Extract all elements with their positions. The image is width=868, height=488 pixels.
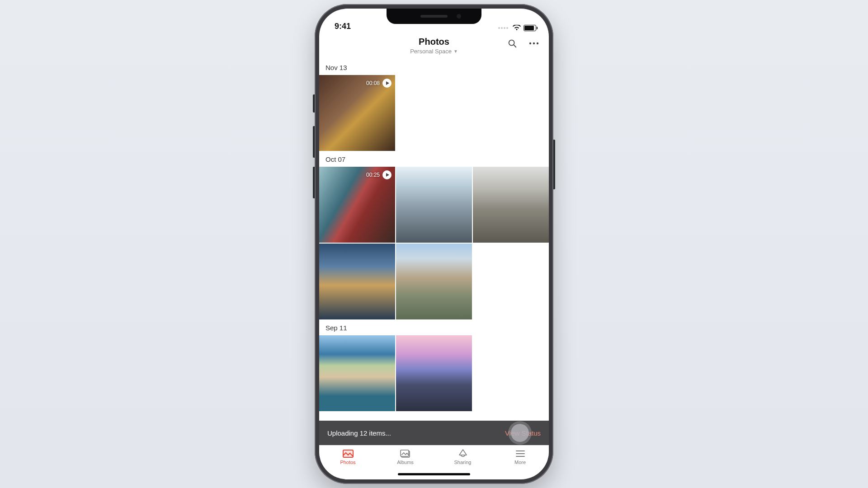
date-header: Nov 13 bbox=[319, 59, 549, 75]
date-header: Sep 11 bbox=[319, 319, 549, 335]
video-duration: 00:08 bbox=[366, 80, 380, 86]
tab-sharing[interactable]: Sharing bbox=[447, 449, 479, 465]
sharing-icon bbox=[457, 449, 469, 458]
video-duration: 00:25 bbox=[366, 172, 380, 178]
photo-thumbnail[interactable] bbox=[396, 167, 472, 243]
video-duration-badge: 00:25 bbox=[366, 170, 392, 179]
svg-line-1 bbox=[514, 45, 516, 47]
status-time: 9:41 bbox=[335, 22, 351, 31]
screen: 9:41 Photos Personal Space ▼ bbox=[319, 9, 549, 479]
photo-thumbnail[interactable] bbox=[319, 335, 395, 411]
play-icon bbox=[382, 170, 392, 179]
photo-timeline[interactable]: Nov 13 00:08 Oct 07 00: bbox=[319, 59, 549, 421]
app-header: Photos Personal Space ▼ bbox=[319, 34, 549, 59]
tab-label: Photos bbox=[340, 460, 355, 465]
tab-label: More bbox=[514, 460, 526, 465]
video-thumbnail[interactable]: 00:25 bbox=[319, 167, 395, 243]
battery-icon bbox=[524, 25, 536, 31]
tab-label: Albums bbox=[397, 460, 414, 465]
search-button[interactable] bbox=[506, 38, 518, 49]
touch-indicator bbox=[511, 424, 529, 442]
phone-frame: 9:41 Photos Personal Space ▼ bbox=[315, 4, 553, 484]
photos-icon bbox=[342, 449, 354, 458]
photo-thumbnail[interactable] bbox=[473, 167, 549, 243]
tab-more[interactable]: More bbox=[505, 449, 536, 465]
space-label: Personal Space bbox=[410, 48, 452, 55]
video-thumbnail[interactable]: 00:08 bbox=[319, 75, 395, 151]
wifi-icon bbox=[513, 25, 521, 31]
more-horizontal-icon bbox=[529, 42, 539, 45]
svg-point-3 bbox=[533, 42, 535, 44]
date-header: Oct 07 bbox=[319, 151, 549, 167]
play-icon bbox=[382, 79, 392, 88]
view-status-link[interactable]: View Status bbox=[505, 429, 541, 437]
hamburger-icon bbox=[514, 449, 526, 458]
more-button[interactable] bbox=[528, 38, 540, 49]
notch bbox=[387, 9, 481, 24]
tab-label: Sharing bbox=[454, 460, 472, 465]
albums-icon bbox=[400, 449, 411, 458]
svg-point-4 bbox=[537, 42, 538, 44]
home-indicator[interactable] bbox=[398, 473, 470, 475]
search-icon bbox=[507, 38, 517, 48]
upload-status-bar[interactable]: Uploading 12 items... View Status bbox=[319, 421, 549, 445]
status-icons bbox=[498, 25, 536, 31]
tab-albums[interactable]: Albums bbox=[390, 449, 421, 465]
video-duration-badge: 00:08 bbox=[366, 79, 392, 88]
tab-photos[interactable]: Photos bbox=[332, 449, 364, 465]
photo-thumbnail[interactable] bbox=[319, 244, 395, 319]
tab-bar: Photos Albums Sharing bbox=[319, 445, 549, 477]
photo-thumbnail[interactable] bbox=[396, 335, 472, 411]
photo-thumbnail[interactable] bbox=[396, 244, 472, 319]
chevron-down-icon: ▼ bbox=[453, 49, 458, 54]
content-area: Nov 13 00:08 Oct 07 00: bbox=[319, 59, 549, 477]
cellular-icon bbox=[498, 27, 508, 29]
upload-status-text: Uploading 12 items... bbox=[327, 429, 391, 437]
svg-rect-6 bbox=[343, 450, 353, 457]
svg-point-2 bbox=[529, 42, 531, 44]
